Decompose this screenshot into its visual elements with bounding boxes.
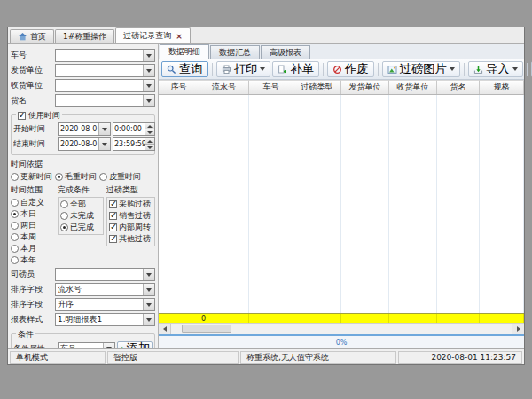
condition-attr-combo[interactable]: 车号 (58, 342, 115, 349)
radio-update-time[interactable]: 更新时间 (11, 171, 52, 183)
tab-weighing-record-query[interactable]: 过磅记录查询 × (115, 27, 191, 43)
tab-advanced-report[interactable]: 高级报表 (261, 45, 310, 59)
printer-icon (222, 65, 231, 74)
tab-data-detail[interactable]: 数据明细 (160, 44, 209, 59)
search-icon (167, 65, 176, 74)
toolbar-separator (527, 63, 528, 76)
weigher-combo[interactable] (55, 268, 155, 281)
radio-two-days[interactable]: 两日 (11, 220, 55, 231)
column-header-goods[interactable]: 货名 (437, 80, 480, 94)
time-value: 0:00:00 (113, 123, 145, 135)
toolbar-separator (212, 63, 213, 76)
print-button[interactable]: 打印 (216, 61, 271, 77)
radio-today[interactable]: 本日 (11, 208, 55, 220)
radio-unfinished[interactable]: 未完成 (60, 210, 101, 222)
use-time-label: 使用时间 (28, 110, 60, 121)
chevron-down-icon[interactable] (143, 314, 154, 325)
use-time-checkbox[interactable] (18, 112, 26, 120)
check-sale[interactable]: 销售过磅 (109, 210, 153, 222)
chevron-down-icon[interactable] (450, 67, 455, 71)
receiver-combo[interactable] (55, 79, 155, 92)
column-header-type[interactable]: 过磅类型 (293, 80, 341, 94)
column-header-spec[interactable]: 规格 (480, 80, 524, 94)
summary-cell (480, 314, 524, 323)
summary-count: 0 (200, 314, 249, 323)
chevron-down-icon[interactable] (143, 284, 154, 295)
tab-data-summary[interactable]: 数据汇总 (210, 45, 260, 59)
tab-weighing-operation[interactable]: 1#称重操作 (55, 29, 114, 43)
chevron-down-icon[interactable] (98, 138, 110, 150)
weigh-photo-button[interactable]: 过磅图片 (382, 61, 460, 77)
chevron-down-icon[interactable] (260, 67, 265, 71)
chevron-down-icon[interactable] (143, 80, 154, 91)
sort-order-combo[interactable]: 升序 (55, 298, 155, 311)
start-time-spinner[interactable]: 0:00:00 (113, 122, 155, 136)
chevron-down-icon[interactable] (143, 50, 154, 61)
body-column (389, 95, 437, 313)
sort-order-label: 排序字段 (11, 299, 53, 310)
scroll-left-icon[interactable] (159, 324, 171, 334)
chevron-down-icon[interactable] (103, 343, 114, 349)
column-header-shipper[interactable]: 发货单位 (341, 80, 389, 94)
start-date-picker[interactable]: 2020-08-01 (58, 122, 111, 136)
chevron-down-icon[interactable] (143, 95, 154, 106)
goods-combo[interactable] (55, 94, 155, 107)
status-edition: 智控版 (107, 351, 239, 364)
filter-columns: 时间范围 自定义 本日 两日 本周 本月 本年 完成条件 全部 未完成 已完成 (11, 184, 155, 266)
radio-this-year[interactable]: 本年 (11, 254, 55, 266)
summary-cell (293, 314, 341, 323)
chevron-down-icon[interactable] (143, 299, 154, 310)
progress-percent: 0% (336, 339, 348, 347)
shipper-combo[interactable] (55, 64, 155, 77)
use-time-group: 使用时间 开始时间 2020-08-01 0:00:00 (11, 114, 155, 155)
content-panel: 数据明细 数据汇总 高级报表 查询 打印 补单 (159, 44, 524, 348)
radio-custom[interactable]: 自定义 (11, 197, 55, 208)
main-tab-bar: 首页 1#称重操作 过磅记录查询 × (8, 27, 524, 44)
summary-cell (341, 314, 389, 323)
goods-label: 货名 (11, 95, 53, 106)
radio-tare-time[interactable]: 皮重时间 (99, 171, 141, 183)
spin-down-icon[interactable] (145, 129, 154, 135)
table-header: 序号 流水号 车号 过磅类型 发货单位 收货单位 货名 规格 (159, 80, 524, 95)
chevron-down-icon[interactable] (512, 67, 518, 71)
plus-icon (120, 342, 125, 349)
close-icon[interactable]: × (176, 32, 183, 41)
sort-field-label: 排序字段 (11, 284, 53, 295)
radio-all[interactable]: 全部 (60, 199, 101, 210)
query-button[interactable]: 查询 (161, 61, 208, 77)
combo-value: 升序 (58, 299, 143, 310)
tab-home[interactable]: 首页 (10, 29, 54, 43)
end-time-spinner[interactable]: 23:59:59 (113, 137, 155, 151)
radio-this-week[interactable]: 本周 (11, 231, 55, 243)
radio-gross-time[interactable]: 毛重时间 (55, 171, 97, 183)
import-button[interactable]: 导入 (468, 61, 523, 77)
check-internal[interactable]: 内部周转 (109, 222, 153, 233)
chevron-down-icon[interactable] (143, 65, 154, 76)
body-column (159, 95, 200, 313)
horizontal-scrollbar[interactable] (159, 323, 524, 334)
column-header-receiver[interactable]: 收货单位 (389, 80, 437, 94)
check-purchase[interactable]: 采购过磅 (109, 199, 153, 210)
column-header-serial[interactable]: 流水号 (200, 80, 249, 94)
chevron-down-icon[interactable] (143, 269, 154, 280)
scroll-right-icon[interactable] (512, 324, 524, 334)
column-header-seq[interactable]: 序号 (159, 80, 200, 94)
spin-down-icon[interactable] (145, 144, 154, 150)
weigher-label: 司磅员 (11, 269, 53, 280)
end-date-picker[interactable]: 2020-08-01 (58, 137, 111, 151)
radio-finished[interactable]: 已完成 (60, 222, 101, 233)
body-row: 车号 发货单位 收货单位 货 (8, 44, 524, 348)
column-header-vehicle[interactable]: 车号 (249, 80, 293, 94)
supplement-order-button[interactable]: 补单 (272, 61, 319, 77)
radio-this-month[interactable]: 本月 (11, 243, 55, 254)
report-style-combo[interactable]: 1.明细报表1 (55, 313, 155, 326)
add-condition-button[interactable]: 添加 (117, 341, 153, 348)
void-button[interactable]: 作废 (327, 61, 374, 77)
chevron-down-icon[interactable] (98, 123, 110, 135)
sort-field-combo[interactable]: 流水号 (55, 283, 155, 296)
body-column (249, 95, 293, 313)
vehicle-combo[interactable] (55, 49, 155, 62)
vehicle-label: 车号 (11, 50, 53, 61)
scrollbar-thumb[interactable] (182, 325, 231, 333)
check-other[interactable]: 其他过磅 (109, 233, 153, 245)
